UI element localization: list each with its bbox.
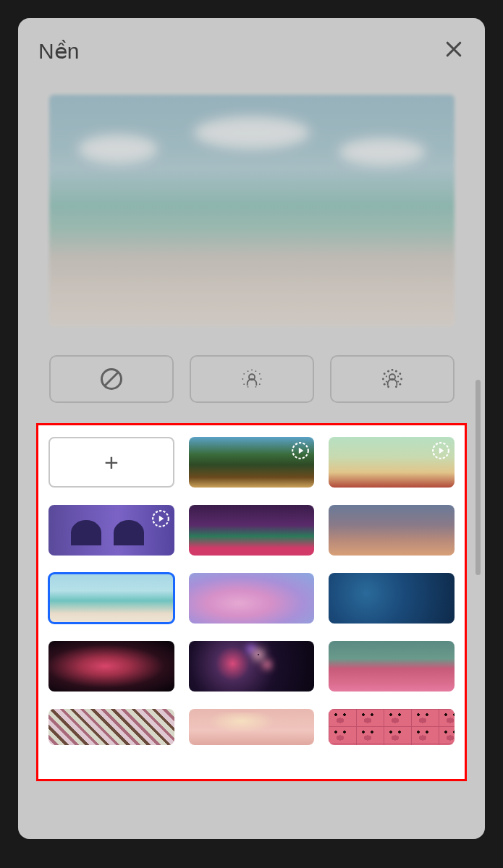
background-tile-carnival[interactable] — [189, 505, 315, 556]
scrollbar[interactable] — [475, 380, 481, 575]
background-tile-sunset[interactable] — [329, 505, 455, 556]
svg-point-17 — [394, 370, 397, 373]
cloud-decoration — [339, 138, 426, 166]
svg-point-28 — [397, 381, 399, 383]
no-effect-button[interactable] — [49, 355, 174, 403]
svg-point-10 — [247, 386, 248, 388]
video-badge-icon — [151, 509, 170, 528]
backgrounds-grid-highlight: + — [36, 423, 467, 781]
backgrounds-grid: + — [48, 437, 455, 745]
effect-options-row — [49, 355, 455, 403]
background-tile-nebula[interactable] — [48, 641, 174, 692]
panel-title: Nền — [38, 38, 79, 64]
background-tile-pink-soft[interactable] — [189, 709, 315, 745]
svg-point-26 — [397, 375, 399, 377]
add-background-button[interactable]: + — [48, 437, 174, 488]
svg-point-21 — [383, 383, 385, 386]
background-tile-fireworks[interactable] — [189, 641, 315, 692]
plus-icon: + — [104, 448, 119, 477]
svg-point-27 — [385, 381, 386, 383]
svg-point-3 — [247, 370, 248, 372]
video-badge-icon — [431, 441, 450, 460]
no-effect-icon — [98, 366, 124, 392]
svg-point-12 — [258, 383, 260, 385]
svg-point-18 — [399, 373, 401, 375]
svg-point-11 — [255, 386, 256, 388]
background-tile-beach[interactable] — [48, 573, 174, 624]
svg-point-5 — [255, 370, 256, 372]
panel-header: Nền — [34, 33, 469, 76]
background-tile-pigs[interactable] — [329, 709, 455, 745]
svg-point-23 — [394, 386, 397, 388]
svg-point-19 — [381, 378, 384, 380]
svg-point-6 — [258, 373, 260, 375]
blur-strong-button[interactable] — [330, 355, 455, 403]
svg-point-7 — [242, 378, 243, 380]
blur-light-button[interactable] — [190, 355, 314, 403]
close-icon — [443, 38, 465, 60]
close-button[interactable] — [443, 38, 465, 64]
blur-light-icon — [239, 366, 265, 392]
svg-point-14 — [383, 373, 385, 375]
svg-point-15 — [387, 370, 389, 373]
background-tile-classroom[interactable] — [329, 437, 455, 488]
background-tile-blossoms[interactable] — [48, 709, 174, 745]
background-tile-water[interactable] — [329, 573, 455, 624]
svg-point-9 — [243, 383, 245, 385]
svg-point-20 — [400, 378, 402, 380]
background-tile-purple-room[interactable] — [48, 505, 174, 556]
background-preview — [49, 95, 455, 326]
background-tile-forest[interactable] — [189, 437, 315, 488]
video-badge-icon — [291, 441, 310, 460]
cloud-decoration — [194, 116, 310, 149]
blur-strong-icon — [379, 366, 405, 392]
background-tile-flowers[interactable] — [329, 641, 455, 692]
svg-point-8 — [260, 378, 261, 380]
svg-line-1 — [104, 372, 119, 386]
svg-point-4 — [251, 370, 253, 371]
svg-point-2 — [243, 373, 245, 375]
svg-point-25 — [385, 375, 386, 377]
svg-point-16 — [391, 369, 393, 371]
cloud-decoration — [78, 135, 158, 163]
background-tile-pink-clouds[interactable] — [189, 573, 315, 624]
svg-point-22 — [387, 386, 389, 388]
svg-point-24 — [399, 383, 401, 386]
